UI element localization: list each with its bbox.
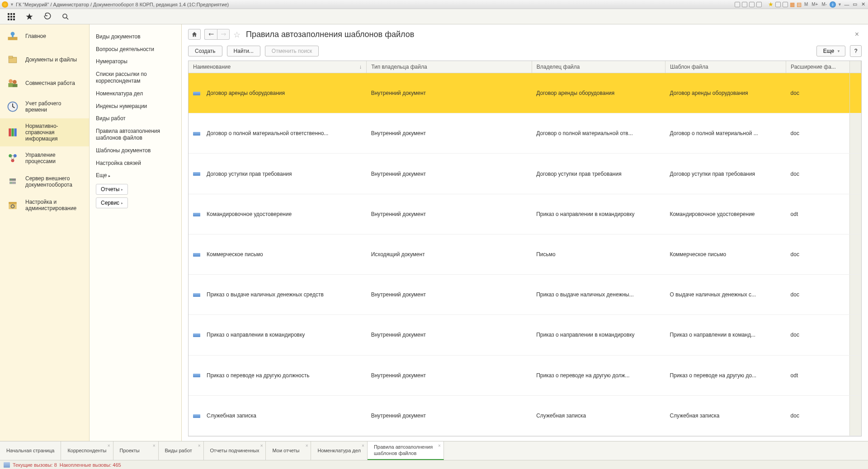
titlebar-tool-2[interactable] bbox=[742, 2, 747, 7]
nav-time-tracking[interactable]: Учет рабочего времени bbox=[0, 95, 89, 118]
favorite-star-icon[interactable]: ☆ bbox=[233, 30, 242, 39]
service-button[interactable]: Сервис▸ bbox=[96, 197, 128, 208]
col-owner-type[interactable]: Тип владельца файла bbox=[367, 61, 532, 73]
svg-point-6 bbox=[9, 79, 13, 83]
tab-close-icon[interactable]: × bbox=[362, 443, 364, 448]
tab-close-icon[interactable]: × bbox=[260, 443, 263, 448]
col-owner[interactable]: Владелец файла bbox=[532, 61, 665, 73]
svg-point-0 bbox=[63, 14, 67, 18]
reports-button[interactable]: Отчеты▸ bbox=[96, 184, 128, 195]
minimize-button[interactable]: — bbox=[844, 1, 850, 8]
table-row[interactable]: Служебная запискаВнутренний документСлуж… bbox=[189, 395, 861, 436]
titlebar-calc-icon[interactable]: ▦ bbox=[790, 1, 795, 8]
sub-link-active[interactable]: Правила автозаполнения шаблонов файлов bbox=[94, 125, 177, 145]
titlebar-cal-icon[interactable]: ▤ bbox=[797, 1, 802, 8]
folder-icon bbox=[5, 52, 20, 67]
sub-link[interactable]: Вопросы деятельности bbox=[94, 43, 177, 56]
nav-collaboration[interactable]: Совместная работа bbox=[0, 71, 89, 95]
find-button[interactable]: Найти... bbox=[227, 46, 260, 56]
tab-close-icon[interactable]: × bbox=[306, 443, 308, 448]
titlebar-tool-3[interactable] bbox=[749, 2, 755, 7]
table-row[interactable]: Командировочное удостоверениеВнутренний … bbox=[189, 194, 861, 234]
table-row[interactable]: Приказ о направлении в командировкуВнутр… bbox=[189, 315, 861, 355]
dropdown-icon[interactable]: ▼ bbox=[10, 2, 14, 7]
table-row[interactable]: Коммерческое письмоИсходящий документПис… bbox=[189, 234, 861, 274]
nav-external-server[interactable]: Сервер внешнего документооборота bbox=[0, 170, 89, 193]
tab-close-icon[interactable]: × bbox=[438, 443, 441, 448]
window-tab[interactable]: Номенклатура дел× bbox=[311, 441, 367, 460]
table-row[interactable]: Договор о полной материальной ответствен… bbox=[189, 113, 861, 154]
svg-point-19 bbox=[11, 179, 12, 180]
window-tab[interactable]: Начальная страница bbox=[0, 441, 61, 460]
row-icon bbox=[193, 132, 200, 136]
close-button[interactable]: ✕ bbox=[860, 1, 866, 8]
titlebar-tool-4[interactable] bbox=[756, 2, 762, 7]
desk-icon bbox=[5, 29, 20, 43]
table-row[interactable]: Договор аренды оборудованияВнутренний до… bbox=[189, 73, 861, 113]
sub-link[interactable]: Номенклатура дел bbox=[94, 88, 177, 100]
info-icon[interactable]: i bbox=[830, 1, 836, 8]
help-button[interactable]: ? bbox=[850, 45, 862, 57]
window-tab[interactable]: Корреспонденты× bbox=[61, 441, 113, 460]
window-tab[interactable]: Проекты× bbox=[113, 441, 159, 460]
status-bar: Текущие вызовы: 8 Накопленные вызовы: 46… bbox=[0, 460, 868, 469]
forward-button[interactable]: 🡒 bbox=[217, 29, 230, 40]
create-button[interactable]: Создать bbox=[188, 46, 222, 56]
nav-documents[interactable]: Документы и файлы bbox=[0, 48, 89, 71]
col-template[interactable]: Шаблон файла bbox=[665, 61, 786, 73]
svg-rect-18 bbox=[9, 182, 16, 184]
search-button[interactable] bbox=[61, 12, 71, 22]
sub-link[interactable]: Виды работ bbox=[94, 113, 177, 125]
more-button[interactable]: Еще▼ bbox=[816, 46, 845, 56]
window-tab[interactable]: Виды работ× bbox=[159, 441, 204, 460]
m-button[interactable]: M bbox=[803, 2, 809, 7]
row-icon bbox=[193, 293, 200, 297]
table-row[interactable]: Приказ о выдаче наличных денежных средст… bbox=[189, 275, 861, 315]
sub-more[interactable]: Еще ▸ bbox=[94, 169, 177, 181]
back-button[interactable]: 🡐 bbox=[204, 29, 217, 40]
col-extension[interactable]: Расширение фа... bbox=[786, 61, 850, 73]
titlebar-tool-6[interactable] bbox=[783, 2, 788, 7]
main-area: Главное Документы и файлы Совместная раб… bbox=[0, 24, 868, 441]
favorites-button[interactable] bbox=[24, 12, 34, 22]
table-row[interactable]: Приказ о переводе на другую должностьВну… bbox=[189, 355, 861, 395]
nav-settings[interactable]: Настройка и администрирование bbox=[0, 193, 89, 217]
nav-process-management[interactable]: Управление процессами bbox=[0, 146, 89, 170]
nav-main[interactable]: Главное bbox=[0, 24, 89, 48]
sub-link[interactable]: Виды документов bbox=[94, 31, 177, 43]
mplus-button[interactable]: M+ bbox=[811, 2, 819, 7]
sub-link[interactable]: Настройка связей bbox=[94, 157, 177, 170]
titlebar-tool-1[interactable] bbox=[735, 2, 740, 7]
close-page-button[interactable]: × bbox=[852, 30, 862, 38]
window-tab[interactable]: Отчеты подчиненных× bbox=[204, 441, 266, 460]
sub-link[interactable]: Нумераторы bbox=[94, 56, 177, 68]
tab-close-icon[interactable]: × bbox=[153, 443, 156, 448]
window-tab[interactable]: Правила автозаполнения шаблонов файлов× bbox=[368, 441, 444, 460]
maximize-button[interactable]: ▭ bbox=[852, 1, 858, 8]
history-button[interactable] bbox=[42, 12, 52, 22]
nav-reference-info[interactable]: Нормативно-справочная информация bbox=[0, 118, 89, 146]
section-sidebar: Главное Документы и файлы Совместная раб… bbox=[0, 24, 90, 441]
home-button[interactable] bbox=[188, 29, 201, 40]
row-icon bbox=[193, 374, 200, 377]
tab-close-icon[interactable]: × bbox=[198, 443, 201, 448]
nav-label: Сервер внешнего документооборота bbox=[25, 175, 84, 188]
process-icon bbox=[5, 151, 20, 165]
window-tab[interactable]: Мои отчеты× bbox=[266, 441, 311, 460]
cancel-search-button[interactable]: Отменить поиск bbox=[265, 46, 319, 56]
sub-link[interactable]: Индексы нумерации bbox=[94, 100, 177, 113]
table-row[interactable]: Договор уступки прав требованияВнутренни… bbox=[189, 154, 861, 194]
scrollbar-gutter bbox=[849, 61, 861, 73]
mminus-button[interactable]: M- bbox=[821, 2, 828, 7]
tab-close-icon[interactable]: × bbox=[108, 443, 110, 448]
col-name[interactable]: Наименование↓ bbox=[189, 61, 367, 73]
sub-link[interactable]: Списки рассылки по корреспондентам bbox=[94, 68, 177, 88]
titlebar-star-icon[interactable]: ★ bbox=[768, 1, 774, 8]
books-icon bbox=[5, 125, 20, 140]
command-bar: Создать Найти... Отменить поиск Еще▼ ? bbox=[188, 45, 862, 57]
svg-rect-22 bbox=[9, 202, 17, 204]
nav-label: Учет рабочего времени bbox=[25, 100, 84, 113]
sub-link[interactable]: Шаблоны документов bbox=[94, 145, 177, 157]
apps-button[interactable] bbox=[6, 12, 16, 22]
titlebar-tool-5[interactable] bbox=[775, 2, 781, 7]
